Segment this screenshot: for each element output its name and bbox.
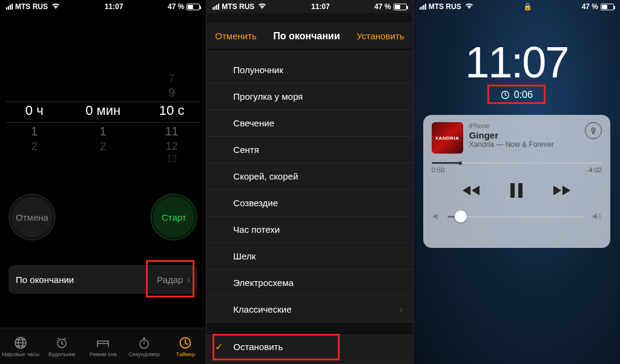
- cancel-button[interactable]: Отменить: [215, 31, 257, 41]
- track-subtitle: Xandria — Now & Forever: [469, 140, 579, 149]
- hours-col[interactable]: 0 ч 1 2: [0, 73, 68, 169]
- tab-stopwatch[interactable]: Секундомер: [124, 328, 165, 364]
- minutes-col[interactable]: 0 мин 1 2: [68, 73, 137, 169]
- battery-icon: [394, 4, 407, 10]
- battery-pct: 47 %: [168, 2, 184, 11]
- volume-high-icon: [591, 212, 602, 221]
- battery-icon: [601, 4, 614, 10]
- wifi-icon: [51, 2, 60, 11]
- seconds-selected: 10 с: [137, 103, 206, 119]
- stopwatch-icon: [137, 336, 151, 350]
- status-time: 11:07: [311, 2, 330, 11]
- minutes-selected: 0 мин: [68, 103, 137, 119]
- tab-world-clock[interactable]: Мировые часы: [0, 328, 41, 364]
- timer-remaining: 0:06: [501, 89, 533, 100]
- track-title: Ginger: [469, 130, 579, 140]
- sheet-title: По окончании: [273, 31, 340, 42]
- hours-selected: 0 ч: [0, 103, 68, 119]
- battery-icon: [186, 4, 200, 10]
- when-label: По окончании: [16, 275, 74, 285]
- svg-rect-9: [518, 183, 523, 198]
- status-time: 11:07: [105, 2, 124, 11]
- timer-icon: [501, 90, 510, 100]
- tab-label: Будильник: [48, 351, 75, 357]
- airplay-button[interactable]: [585, 122, 602, 139]
- stop-playing-row[interactable]: ✓ Остановить: [206, 334, 412, 360]
- sound-picker-sheet: MTS RUS 11:07 47 % Отменить По окончании…: [206, 0, 413, 364]
- tab-sleep[interactable]: Режим сна: [82, 328, 124, 364]
- sheet-header: Отменить По окончании Установить: [206, 23, 412, 50]
- tab-alarm[interactable]: Будильник: [41, 328, 82, 364]
- media-source: iPhone: [469, 122, 579, 129]
- tab-label: Мировые часы: [2, 351, 39, 357]
- chevron-right-icon: ›: [400, 303, 403, 316]
- checkmark-icon: ✓: [215, 341, 223, 353]
- wifi-icon: [258, 2, 266, 11]
- when-timer-ends-row[interactable]: По окончании Радар ›: [8, 265, 197, 294]
- sound-item[interactable]: Полуночник: [206, 57, 412, 83]
- pause-button[interactable]: [509, 182, 524, 201]
- media-widget: XANDRIA iPhone Ginger Xandria — Now & Fo…: [423, 115, 610, 248]
- timer-screen: MTS RUS 11:07 47 % 0 ч 1 2 0 мин 1 2: [0, 0, 206, 364]
- lock-time: 11:07: [414, 37, 620, 87]
- status-bar: MTS RUS 11:07 47 %: [0, 0, 206, 13]
- bed-icon: [96, 336, 110, 350]
- sound-item[interactable]: Свечение: [206, 110, 412, 137]
- when-value: Радар: [157, 275, 183, 285]
- sound-item[interactable]: Созвездие: [206, 190, 412, 216]
- seconds-col[interactable]: 7 9 10 с 11 12 13: [137, 73, 206, 169]
- tab-timer[interactable]: Таймер: [165, 328, 206, 364]
- volume-low-icon: [432, 212, 441, 221]
- elapsed-time: 0:50: [432, 166, 444, 174]
- svg-rect-8: [510, 183, 515, 198]
- tab-label: Секундомер: [128, 351, 159, 357]
- timer-icon: [178, 336, 193, 350]
- album-art: XANDRIA: [432, 122, 463, 154]
- globe-icon: [13, 336, 28, 350]
- time-picker[interactable]: 0 ч 1 2 0 мин 1 2 7 9 10 с 11 12 13: [0, 73, 206, 169]
- carrier: MTS RUS: [15, 2, 48, 11]
- signal-icon: [213, 4, 219, 10]
- status-bar: MTS RUS 🔒 47 %: [414, 0, 620, 13]
- carrier: MTS RUS: [429, 2, 461, 11]
- tab-label: Таймер: [176, 351, 195, 357]
- progress-bar[interactable]: 0:50 -4:02: [432, 162, 602, 174]
- sound-item[interactable]: Скорей, скорей: [206, 163, 412, 190]
- remaining-time: -4:02: [587, 166, 602, 174]
- battery-pct: 47 %: [374, 2, 391, 11]
- battery-pct: 47 %: [582, 2, 598, 11]
- signal-icon: [6, 4, 13, 10]
- sound-item[interactable]: Сентя: [206, 137, 412, 163]
- forward-button[interactable]: [552, 183, 572, 200]
- sound-item[interactable]: Электросхема: [206, 270, 412, 296]
- lock-screen: MTS RUS 🔒 47 % 11:07 0:06 XANDRIA iPhone…: [414, 0, 620, 364]
- lock-icon: 🔒: [523, 2, 532, 11]
- status-bar: MTS RUS 11:07 47 %: [206, 0, 412, 13]
- tab-bar: Мировые часы Будильник Режим сна Секундо…: [0, 328, 206, 364]
- wifi-icon: [465, 2, 473, 11]
- classic-sounds-row[interactable]: Классические ›: [206, 296, 412, 323]
- tab-label: Режим сна: [90, 351, 117, 357]
- svg-point-7: [593, 129, 595, 131]
- volume-slider[interactable]: [432, 212, 602, 221]
- cancel-button[interactable]: Отмена: [8, 193, 56, 241]
- signal-icon: [420, 4, 426, 10]
- sound-list[interactable]: Полуночник Прогулка у моря Свечение Сент…: [206, 57, 412, 364]
- alarm-icon: [54, 336, 69, 350]
- start-button[interactable]: Старт: [150, 193, 197, 241]
- svg-point-6: [592, 128, 596, 132]
- sound-item[interactable]: Прогулка у моря: [206, 83, 412, 110]
- sound-item[interactable]: Шелк: [206, 243, 412, 270]
- sound-item[interactable]: Час потехи: [206, 216, 412, 243]
- set-button[interactable]: Установить: [357, 31, 404, 41]
- rewind-button[interactable]: [461, 183, 481, 200]
- chevron-right-icon: ›: [186, 273, 190, 286]
- carrier: MTS RUS: [222, 2, 254, 11]
